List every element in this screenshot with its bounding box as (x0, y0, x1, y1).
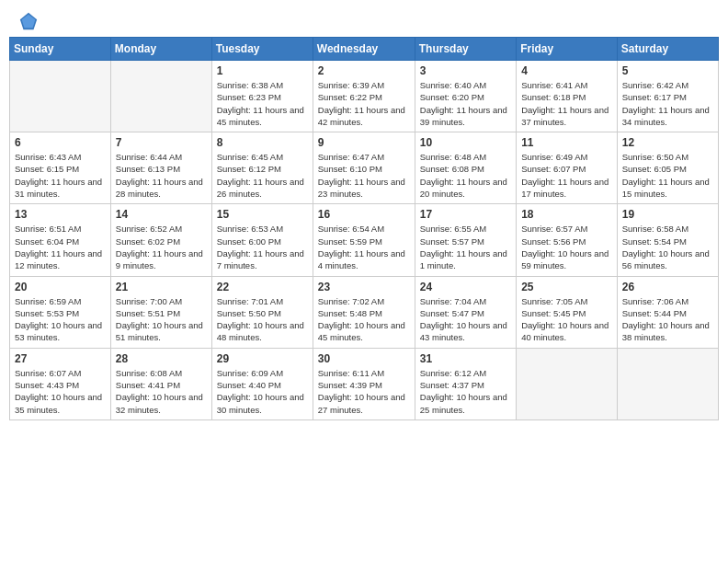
day-info: Sunrise: 7:05 AM Sunset: 5:45 PM Dayligh… (521, 295, 612, 344)
day-info: Sunrise: 6:51 AM Sunset: 6:04 PM Dayligh… (15, 223, 106, 271)
day-info: Sunrise: 6:38 AM Sunset: 6:23 PM Dayligh… (217, 79, 308, 128)
calendar-cell: 3Sunrise: 6:40 AM Sunset: 6:20 PM Daylig… (415, 61, 516, 132)
calendar-cell: 13Sunrise: 6:51 AM Sunset: 6:04 PM Dayli… (10, 204, 111, 276)
calendar-cell: 23Sunrise: 7:02 AM Sunset: 5:48 PM Dayli… (313, 276, 415, 348)
calendar-cell: 16Sunrise: 6:54 AM Sunset: 5:59 PM Dayli… (313, 204, 415, 276)
calendar-cell: 22Sunrise: 7:01 AM Sunset: 5:50 PM Dayli… (211, 276, 313, 348)
calendar-cell: 31Sunrise: 6:12 AM Sunset: 4:37 PM Dayli… (415, 348, 516, 419)
logo-icon (18, 11, 39, 31)
page: Sunday Monday Tuesday Wednesday Thursday… (0, 0, 728, 563)
day-number: 22 (217, 281, 308, 293)
day-info: Sunrise: 6:49 AM Sunset: 6:07 PM Dayligh… (521, 151, 612, 200)
calendar-cell: 4Sunrise: 6:41 AM Sunset: 6:18 PM Daylig… (517, 61, 618, 132)
day-number: 21 (116, 281, 207, 293)
day-info: Sunrise: 7:01 AM Sunset: 5:50 PM Dayligh… (217, 295, 308, 344)
day-number: 19 (622, 208, 713, 221)
calendar-cell: 2Sunrise: 6:39 AM Sunset: 6:22 PM Daylig… (313, 61, 415, 132)
day-info: Sunrise: 6:40 AM Sunset: 6:20 PM Dayligh… (420, 79, 511, 128)
day-info: Sunrise: 6:55 AM Sunset: 5:57 PM Dayligh… (420, 223, 511, 271)
col-saturday: Saturday (617, 38, 718, 61)
calendar-header-row: Sunday Monday Tuesday Wednesday Thursday… (10, 38, 719, 61)
calendar-cell: 15Sunrise: 6:53 AM Sunset: 6:00 PM Dayli… (211, 204, 313, 276)
calendar-cell: 8Sunrise: 6:45 AM Sunset: 6:12 PM Daylig… (211, 132, 313, 204)
calendar-table: Sunday Monday Tuesday Wednesday Thursday… (9, 37, 719, 420)
day-number: 9 (318, 136, 410, 149)
svg-marker-1 (22, 15, 36, 29)
calendar-cell: 27Sunrise: 6:07 AM Sunset: 4:43 PM Dayli… (10, 348, 111, 419)
calendar-cell: 17Sunrise: 6:55 AM Sunset: 5:57 PM Dayli… (415, 204, 516, 276)
day-number: 4 (521, 64, 612, 77)
calendar-wrapper: Sunday Monday Tuesday Wednesday Thursday… (0, 37, 728, 430)
day-number: 6 (15, 136, 106, 149)
day-number: 13 (15, 208, 106, 221)
day-number: 30 (318, 352, 410, 365)
day-info: Sunrise: 6:54 AM Sunset: 5:59 PM Dayligh… (318, 223, 410, 271)
day-number: 17 (420, 208, 511, 221)
calendar-week-row: 27Sunrise: 6:07 AM Sunset: 4:43 PM Dayli… (10, 348, 719, 419)
day-number: 27 (15, 352, 106, 365)
calendar-cell (517, 348, 618, 419)
day-number: 24 (420, 281, 511, 293)
calendar-week-row: 6Sunrise: 6:43 AM Sunset: 6:15 PM Daylig… (10, 132, 719, 204)
calendar-week-row: 20Sunrise: 6:59 AM Sunset: 5:53 PM Dayli… (10, 276, 719, 348)
day-info: Sunrise: 6:08 AM Sunset: 4:41 PM Dayligh… (116, 367, 207, 416)
day-info: Sunrise: 6:57 AM Sunset: 5:56 PM Dayligh… (521, 223, 612, 271)
calendar-cell: 1Sunrise: 6:38 AM Sunset: 6:23 PM Daylig… (211, 61, 313, 132)
calendar-cell: 14Sunrise: 6:52 AM Sunset: 6:02 PM Dayli… (110, 204, 211, 276)
calendar-cell: 11Sunrise: 6:49 AM Sunset: 6:07 PM Dayli… (517, 132, 618, 204)
day-info: Sunrise: 7:04 AM Sunset: 5:47 PM Dayligh… (420, 295, 511, 344)
calendar-cell: 29Sunrise: 6:09 AM Sunset: 4:40 PM Dayli… (211, 348, 313, 419)
calendar-cell (110, 61, 211, 132)
col-sunday: Sunday (10, 38, 111, 61)
col-tuesday: Tuesday (211, 38, 313, 61)
day-number: 3 (420, 64, 511, 77)
col-wednesday: Wednesday (313, 38, 415, 61)
day-number: 14 (116, 208, 207, 221)
calendar-cell: 28Sunrise: 6:08 AM Sunset: 4:41 PM Dayli… (110, 348, 211, 419)
day-info: Sunrise: 6:59 AM Sunset: 5:53 PM Dayligh… (15, 295, 106, 344)
calendar-cell: 12Sunrise: 6:50 AM Sunset: 6:05 PM Dayli… (617, 132, 718, 204)
day-number: 23 (318, 281, 410, 293)
logo (17, 11, 39, 31)
day-info: Sunrise: 6:12 AM Sunset: 4:37 PM Dayligh… (420, 367, 511, 416)
calendar-cell: 24Sunrise: 7:04 AM Sunset: 5:47 PM Dayli… (415, 276, 516, 348)
day-number: 15 (217, 208, 308, 221)
day-info: Sunrise: 6:50 AM Sunset: 6:05 PM Dayligh… (622, 151, 713, 200)
day-number: 16 (318, 208, 410, 221)
calendar-cell (617, 348, 718, 419)
col-monday: Monday (110, 38, 211, 61)
day-number: 26 (622, 281, 713, 293)
day-info: Sunrise: 6:39 AM Sunset: 6:22 PM Dayligh… (318, 79, 410, 128)
day-info: Sunrise: 6:09 AM Sunset: 4:40 PM Dayligh… (217, 367, 308, 416)
day-number: 28 (116, 352, 207, 365)
day-number: 11 (521, 136, 612, 149)
calendar-cell: 7Sunrise: 6:44 AM Sunset: 6:13 PM Daylig… (110, 132, 211, 204)
calendar-week-row: 1Sunrise: 6:38 AM Sunset: 6:23 PM Daylig… (10, 61, 719, 132)
calendar-cell: 26Sunrise: 7:06 AM Sunset: 5:44 PM Dayli… (617, 276, 718, 348)
calendar-cell: 21Sunrise: 7:00 AM Sunset: 5:51 PM Dayli… (110, 276, 211, 348)
calendar-cell: 30Sunrise: 6:11 AM Sunset: 4:39 PM Dayli… (313, 348, 415, 419)
day-number: 2 (318, 64, 410, 77)
day-info: Sunrise: 6:47 AM Sunset: 6:10 PM Dayligh… (318, 151, 410, 200)
day-info: Sunrise: 6:45 AM Sunset: 6:12 PM Dayligh… (217, 151, 308, 200)
day-number: 18 (521, 208, 612, 221)
calendar-cell: 25Sunrise: 7:05 AM Sunset: 5:45 PM Dayli… (517, 276, 618, 348)
day-number: 10 (420, 136, 511, 149)
day-info: Sunrise: 7:06 AM Sunset: 5:44 PM Dayligh… (622, 295, 713, 344)
day-info: Sunrise: 6:53 AM Sunset: 6:00 PM Dayligh… (217, 223, 308, 271)
day-number: 1 (217, 64, 308, 77)
calendar-cell: 10Sunrise: 6:48 AM Sunset: 6:08 PM Dayli… (415, 132, 516, 204)
day-number: 12 (622, 136, 713, 149)
day-info: Sunrise: 6:52 AM Sunset: 6:02 PM Dayligh… (116, 223, 207, 271)
day-number: 5 (622, 64, 713, 77)
calendar-cell: 19Sunrise: 6:58 AM Sunset: 5:54 PM Dayli… (617, 204, 718, 276)
calendar-cell: 6Sunrise: 6:43 AM Sunset: 6:15 PM Daylig… (10, 132, 111, 204)
calendar-cell: 9Sunrise: 6:47 AM Sunset: 6:10 PM Daylig… (313, 132, 415, 204)
calendar-cell: 20Sunrise: 6:59 AM Sunset: 5:53 PM Dayli… (10, 276, 111, 348)
col-thursday: Thursday (415, 38, 516, 61)
day-number: 31 (420, 352, 511, 365)
day-info: Sunrise: 6:11 AM Sunset: 4:39 PM Dayligh… (318, 367, 410, 416)
day-info: Sunrise: 6:44 AM Sunset: 6:13 PM Dayligh… (116, 151, 207, 200)
day-number: 29 (217, 352, 308, 365)
day-info: Sunrise: 6:42 AM Sunset: 6:17 PM Dayligh… (622, 79, 713, 128)
